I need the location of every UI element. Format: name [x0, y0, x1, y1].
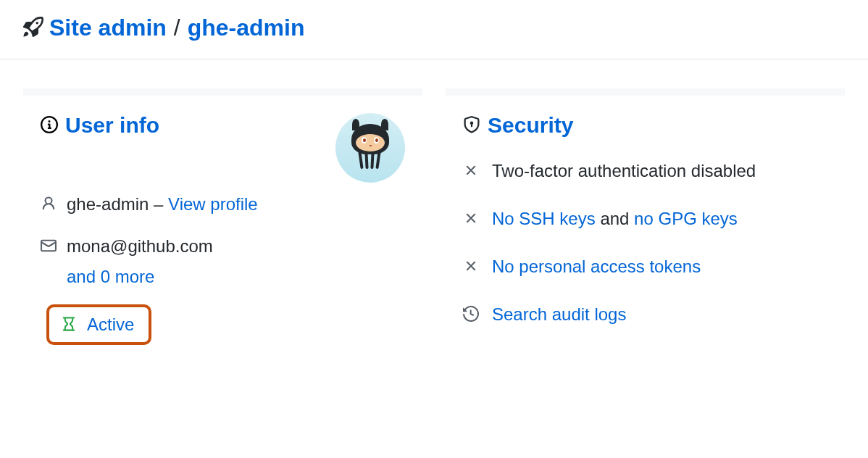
x-icon [463, 206, 479, 233]
breadcrumb: Site admin / ghe-admin [0, 0, 868, 59]
email-row: mona@github.com [41, 233, 405, 261]
keys-row: No SSH keys and no GPG keys [463, 206, 827, 233]
pat-link[interactable]: No personal access tokens [492, 254, 701, 280]
status-link[interactable]: Active [87, 315, 134, 335]
two-factor-row: Two-factor authentication disabled [463, 158, 827, 186]
view-profile-link[interactable]: View profile [168, 194, 258, 214]
x-icon [463, 158, 479, 186]
breadcrumb-separator: / [174, 14, 180, 41]
audit-row: Search audit logs [463, 301, 827, 329]
panel-bar [446, 88, 845, 96]
history-icon [463, 301, 479, 329]
panel-bar [23, 88, 422, 96]
gpg-keys-link[interactable]: no GPG keys [634, 209, 738, 228]
shield-icon [463, 116, 480, 136]
breadcrumb-user[interactable]: ghe-admin [188, 14, 305, 41]
audit-link[interactable]: Search audit logs [492, 301, 626, 328]
x-icon [463, 254, 479, 281]
info-icon [41, 116, 58, 136]
rocket-icon [23, 17, 43, 39]
security-title[interactable]: Security [488, 113, 573, 138]
username-row: ghe-admin – View profile [41, 191, 405, 219]
username-text: ghe-admin [67, 194, 149, 214]
hourglass-icon [61, 316, 77, 334]
user-info-panel: User info [23, 88, 422, 349]
security-panel: Security Two-factor authentication disab… [446, 88, 845, 349]
more-emails-link[interactable]: and 0 more [67, 267, 154, 286]
avatar [335, 113, 405, 183]
person-icon [41, 191, 57, 219]
breadcrumb-site-admin[interactable]: Site admin [49, 14, 167, 41]
pat-row: No personal access tokens [463, 254, 827, 281]
username-dash: – [149, 194, 168, 214]
mail-icon [41, 233, 57, 261]
two-factor-text: Two-factor authentication disabled [492, 158, 756, 184]
and-text: and [596, 209, 634, 228]
ssh-keys-link[interactable]: No SSH keys [492, 209, 596, 228]
status-highlight: Active [46, 304, 151, 345]
email-text: mona@github.com [67, 233, 213, 259]
user-info-title[interactable]: User info [65, 113, 159, 138]
